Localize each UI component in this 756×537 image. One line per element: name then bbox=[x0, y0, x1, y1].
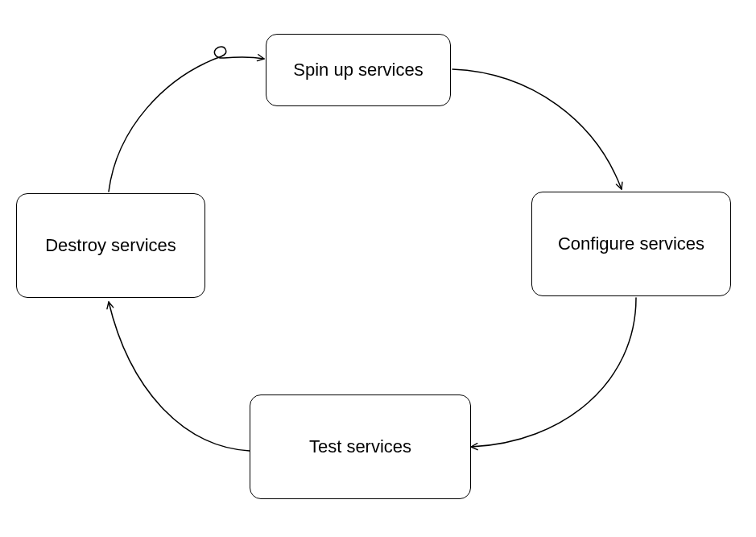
diagram-canvas: Spin up services Configure services Test… bbox=[0, 0, 756, 537]
arrow-spin-up-to-configure bbox=[452, 69, 622, 189]
arrow-configure-to-test bbox=[471, 298, 636, 447]
node-test-label: Test services bbox=[309, 436, 411, 457]
node-spin-up-label: Spin up services bbox=[293, 60, 423, 81]
node-spin-up: Spin up services bbox=[266, 34, 451, 106]
node-test: Test services bbox=[250, 394, 471, 499]
node-destroy-label: Destroy services bbox=[45, 235, 176, 256]
node-destroy: Destroy services bbox=[16, 193, 205, 298]
arrow-destroy-to-spin-up bbox=[109, 47, 264, 192]
node-configure: Configure services bbox=[531, 192, 731, 296]
arrow-test-to-destroy bbox=[109, 302, 250, 451]
node-configure-label: Configure services bbox=[558, 233, 704, 254]
